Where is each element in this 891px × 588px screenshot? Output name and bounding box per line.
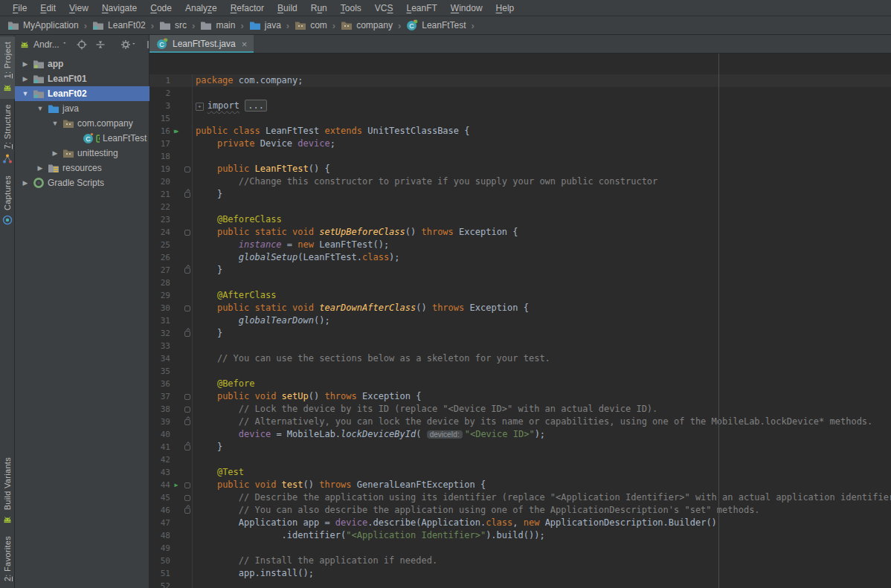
menu-vcs[interactable]: VCS: [368, 1, 400, 15]
menu-file[interactable]: File: [6, 1, 33, 15]
code-line-49[interactable]: 49: [149, 542, 891, 555]
code-line-20[interactable]: 20 //Change this constructor to private …: [149, 175, 891, 188]
code-line-16[interactable]: 16▶▶public class LeanFtTest extends Unit…: [149, 125, 891, 138]
locate-button[interactable]: [76, 39, 88, 51]
breadcrumb-item-java[interactable]: java: [248, 19, 283, 32]
code-line-39[interactable]: 39 // Alternatively, you can lock the de…: [149, 416, 891, 428]
code-line-50[interactable]: 50 // Install the application if needed.: [149, 555, 891, 567]
code-line-36[interactable]: 36 @Before: [149, 378, 891, 390]
menu-run[interactable]: Run: [304, 1, 334, 15]
settings-button[interactable]: [120, 39, 138, 51]
run-test-icon[interactable]: ▶: [170, 479, 182, 491]
toolwindow-button-2-favorites[interactable]: 2: Favorites: [0, 531, 15, 587]
code-line-46[interactable]: 46 // You can also describe the applicat…: [149, 504, 891, 517]
fold-start-icon[interactable]: [184, 167, 190, 172]
collapse-all-button[interactable]: [94, 39, 106, 51]
code-line-23[interactable]: 23 @BeforeClass: [149, 213, 891, 226]
code-line-42[interactable]: 42: [149, 453, 891, 466]
tree-item-leanfttest[interactable]: CLeanFtTest: [15, 131, 149, 146]
expand-arrow-icon[interactable]: ▼: [21, 90, 30, 97]
toolwindow-button-1-project[interactable]: 1: Project: [0, 36, 15, 99]
fold-start-icon[interactable]: [184, 482, 190, 488]
fold-end-icon[interactable]: [184, 419, 190, 425]
menu-leanft[interactable]: LeanFT: [399, 1, 443, 15]
code-line-51[interactable]: 51 app.install();: [149, 567, 891, 580]
code-line-25[interactable]: 25 instance = new LeanFtTest();: [149, 239, 891, 251]
editor-tab-leanfttest.java[interactable]: CLeanFtTest.java×: [149, 35, 254, 53]
code-line-47[interactable]: 47 Application app = device.describe(App…: [149, 517, 891, 529]
fold-start-icon[interactable]: [184, 394, 190, 400]
breadcrumb-item-main[interactable]: main: [199, 19, 237, 32]
code-line-41[interactable]: 41 }: [149, 441, 891, 453]
code-line-18[interactable]: 18: [149, 150, 891, 163]
fold-end-icon[interactable]: [184, 508, 190, 514]
menu-tools[interactable]: Tools: [334, 1, 368, 15]
code-line-34[interactable]: 34 // You can use the sections below as …: [149, 352, 891, 365]
code-line-21[interactable]: 21 }: [149, 188, 891, 201]
menu-code[interactable]: Code: [144, 1, 178, 15]
code-line-48[interactable]: 48 .identifier("<Application Identifier>…: [149, 529, 891, 542]
breadcrumb-item-com[interactable]: com: [293, 19, 329, 32]
tree-item-app[interactable]: ▶app: [15, 56, 149, 71]
code-line-45[interactable]: 45 // Describe the application using its…: [149, 491, 891, 504]
tree-item-resources[interactable]: ▶resources: [15, 161, 149, 175]
toolwindow-button-build-variants[interactable]: Build Variants: [0, 452, 15, 531]
code-line-35[interactable]: 35: [149, 365, 891, 378]
expand-arrow-icon[interactable]: ▼: [36, 105, 45, 112]
tree-item-leanft01[interactable]: ▶LeanFt01: [15, 71, 149, 86]
menu-edit[interactable]: Edit: [33, 1, 62, 15]
code-line-2[interactable]: 2: [149, 87, 891, 100]
fold-start-icon[interactable]: [184, 230, 190, 236]
tree-item-java[interactable]: ▼java: [15, 101, 149, 116]
menu-view[interactable]: View: [62, 1, 95, 15]
code-line-44[interactable]: 44▶ public void test() throws GeneralLea…: [149, 479, 891, 491]
fold-start-icon[interactable]: [184, 407, 190, 413]
code-line-32[interactable]: 32 }: [149, 327, 891, 340]
fold-start-icon[interactable]: [184, 495, 190, 501]
menu-analyze[interactable]: Analyze: [178, 1, 224, 15]
fold-end-icon[interactable]: [184, 192, 190, 198]
code-line-33[interactable]: 33: [149, 340, 891, 352]
toolwindow-button-7-structure[interactable]: 7: Structure: [0, 99, 15, 169]
expand-arrow-icon[interactable]: ▶: [36, 164, 45, 172]
code-line-19[interactable]: 19 public LeanFtTest() {: [149, 163, 891, 175]
expand-arrow-icon[interactable]: ▼: [51, 120, 59, 127]
code-line-37[interactable]: 37 public void setUp() throws Exception …: [149, 390, 891, 403]
close-tab-icon[interactable]: ×: [240, 39, 248, 49]
code-line-1[interactable]: 1package com.company;: [149, 74, 891, 87]
code-line-31[interactable]: 31 globalTearDown();: [149, 314, 891, 327]
code-line-17[interactable]: 17 private Device device;: [149, 138, 891, 150]
menu-help[interactable]: Help: [489, 1, 521, 15]
tree-item-com-company[interactable]: ▼com.company: [15, 116, 149, 131]
code-line-3[interactable]: 3+import ...: [149, 100, 891, 112]
code-line-30[interactable]: 30 public static void tearDownAfterClass…: [149, 302, 891, 314]
code-line-24[interactable]: 24 public static void setUpBeforeClass()…: [149, 226, 891, 239]
breadcrumb-item-myapplication[interactable]: MyApplication: [6, 19, 80, 32]
code-line-38[interactable]: 38 // Lock the device by its ID (replace…: [149, 403, 891, 416]
toolwindow-button-captures[interactable]: Captures: [0, 170, 15, 231]
breadcrumb-item-company[interactable]: company: [339, 19, 394, 32]
menu-refactor[interactable]: Refactor: [224, 1, 271, 15]
fold-end-icon[interactable]: [184, 445, 190, 450]
code-line-29[interactable]: 29 @AfterClass: [149, 289, 891, 302]
breadcrumb-item-leanfttest[interactable]: CLeanFtTest: [405, 19, 467, 32]
code-line-27[interactable]: 27 }: [149, 264, 891, 277]
menu-navigate[interactable]: Navigate: [95, 1, 144, 15]
code-line-26[interactable]: 26 globalSetup(LeanFtTest.class);: [149, 251, 891, 264]
tree-item-gradle-scripts[interactable]: ▶Gradle Scripts: [15, 175, 149, 190]
fold-end-icon[interactable]: [184, 331, 190, 337]
code-line-15[interactable]: 15: [149, 112, 891, 125]
code-line-40[interactable]: 40 device = MobileLab.lockDeviceById( de…: [149, 428, 891, 441]
fold-start-icon[interactable]: [184, 306, 190, 311]
breadcrumb-item-leanft02[interactable]: LeanFt02: [91, 19, 147, 32]
code-editor[interactable]: 1package com.company;23+import ...1516▶▶…: [149, 54, 891, 588]
breadcrumb-item-src[interactable]: src: [158, 19, 188, 32]
expand-arrow-icon[interactable]: ▶: [21, 179, 30, 187]
tree-item-leanft02[interactable]: ▼LeanFt02: [15, 86, 149, 101]
code-line-28[interactable]: 28: [149, 277, 891, 289]
tree-item-unittesting[interactable]: ▶unittesting: [15, 146, 149, 161]
fold-end-icon[interactable]: [184, 268, 190, 274]
expand-arrow-icon[interactable]: ▶: [51, 149, 59, 157]
expand-arrow-icon[interactable]: ▶: [21, 60, 30, 68]
project-view-selector[interactable]: Andr...: [19, 39, 69, 51]
